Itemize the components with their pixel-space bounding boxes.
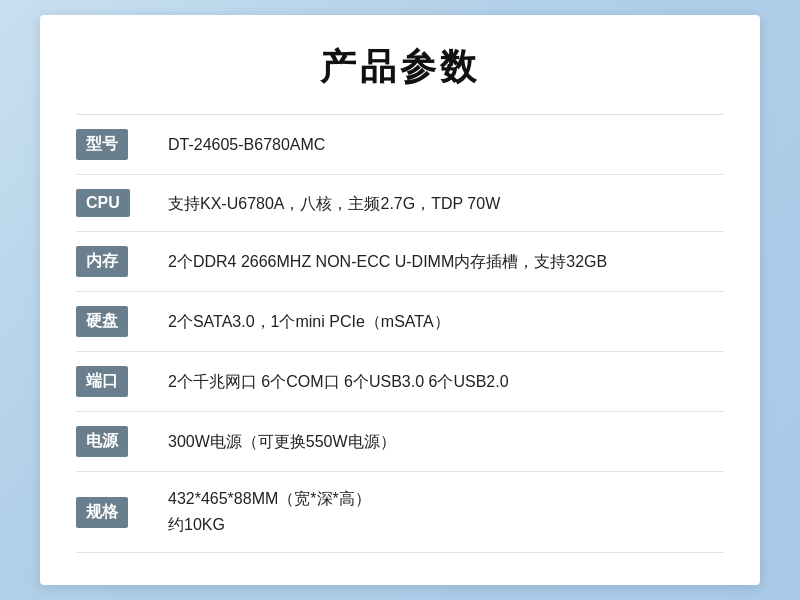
spec-value: 2个千兆网口 6个COM口 6个USB3.0 6个USB2.0: [148, 352, 724, 412]
spec-label: 端口: [76, 366, 128, 397]
spec-label: CPU: [76, 189, 130, 217]
spec-label-cell: 硬盘: [76, 292, 148, 352]
spec-label-cell: CPU: [76, 175, 148, 232]
spec-value: 300W电源（可更换550W电源）: [148, 412, 724, 472]
table-row: 端口2个千兆网口 6个COM口 6个USB3.0 6个USB2.0: [76, 352, 724, 412]
table-row: CPU支持KX-U6780A，八核，主频2.7G，TDP 70W: [76, 175, 724, 232]
spec-label: 电源: [76, 426, 128, 457]
spec-table: 型号DT-24605-B6780AMCCPU支持KX-U6780A，八核，主频2…: [76, 114, 724, 552]
spec-label: 内存: [76, 246, 128, 277]
table-row: 内存2个DDR4 2666MHZ NON-ECC U-DIMM内存插槽，支持32…: [76, 232, 724, 292]
page-title: 产品参数: [76, 43, 724, 92]
product-spec-card: 产品参数 型号DT-24605-B6780AMCCPU支持KX-U6780A，八…: [40, 15, 760, 584]
spec-label: 硬盘: [76, 306, 128, 337]
spec-value: 2个DDR4 2666MHZ NON-ECC U-DIMM内存插槽，支持32GB: [148, 232, 724, 292]
spec-label: 规格: [76, 497, 128, 528]
spec-label-cell: 规格: [76, 472, 148, 552]
table-row: 硬盘2个SATA3.0，1个mini PCIe（mSATA）: [76, 292, 724, 352]
table-row: 规格432*465*88MM（宽*深*高）约10KG: [76, 472, 724, 552]
spec-value: 432*465*88MM（宽*深*高）约10KG: [148, 472, 724, 552]
spec-label: 型号: [76, 129, 128, 160]
spec-label-cell: 端口: [76, 352, 148, 412]
spec-value: 2个SATA3.0，1个mini PCIe（mSATA）: [148, 292, 724, 352]
table-row: 电源300W电源（可更换550W电源）: [76, 412, 724, 472]
spec-label-cell: 内存: [76, 232, 148, 292]
spec-value: 支持KX-U6780A，八核，主频2.7G，TDP 70W: [148, 175, 724, 232]
spec-value: DT-24605-B6780AMC: [148, 115, 724, 175]
spec-label-cell: 电源: [76, 412, 148, 472]
table-row: 型号DT-24605-B6780AMC: [76, 115, 724, 175]
spec-label-cell: 型号: [76, 115, 148, 175]
